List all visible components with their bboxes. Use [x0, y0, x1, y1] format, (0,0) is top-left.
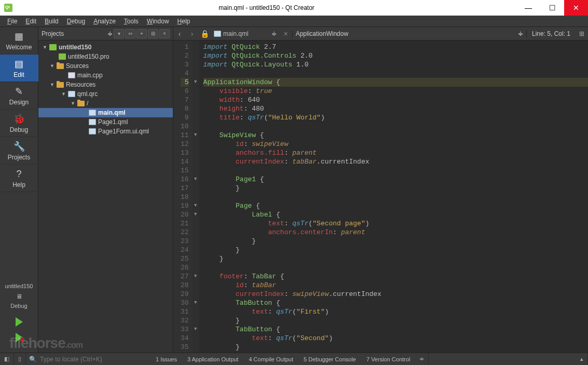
- fold-marker[interactable]: [192, 281, 199, 290]
- code-line[interactable]: visible: true: [203, 87, 588, 96]
- code-line[interactable]: height: 480: [203, 104, 588, 113]
- menu-build[interactable]: Build: [40, 16, 63, 26]
- line-number[interactable]: 17: [181, 184, 189, 193]
- code-line[interactable]: TabButton {: [203, 325, 588, 334]
- cursor-position[interactable]: Line: 5, Col: 1: [526, 30, 576, 37]
- code-editor[interactable]: 1234567891011121314151617181920212223242…: [173, 40, 588, 353]
- fold-marker[interactable]: [192, 228, 199, 237]
- code-line[interactable]: anchors.centerIn: parent: [203, 228, 588, 237]
- code-line[interactable]: footer: TabBar {: [203, 272, 588, 281]
- line-number[interactable]: 29: [181, 290, 189, 299]
- line-number[interactable]: 12: [181, 140, 189, 148]
- split-button[interactable]: ⊞: [148, 29, 158, 38]
- close-panel-button[interactable]: ×: [159, 29, 170, 38]
- code-line[interactable]: Label {: [203, 210, 588, 219]
- code-line[interactable]: import QtQuick.Layouts 1.0: [203, 60, 588, 69]
- fold-marker[interactable]: [192, 60, 199, 69]
- tree-item[interactable]: ▼Resources: [38, 80, 173, 89]
- code-line[interactable]: SwipeView {: [203, 131, 588, 140]
- line-number[interactable]: 22: [181, 228, 189, 237]
- code-line[interactable]: }: [203, 237, 588, 246]
- tree-item[interactable]: main.cpp: [38, 71, 173, 80]
- output-tab[interactable]: 7 Version Control: [361, 356, 415, 362]
- line-number[interactable]: 2: [181, 51, 189, 60]
- nav-forward-button[interactable]: ›: [186, 27, 198, 40]
- fold-marker[interactable]: [192, 254, 199, 263]
- fold-marker[interactable]: [192, 113, 199, 122]
- line-number[interactable]: 3: [181, 60, 189, 69]
- run-config[interactable]: untitled150 🖥 Debug: [0, 280, 38, 314]
- fold-marker[interactable]: ▼: [192, 201, 199, 210]
- output-menu-button[interactable]: ≑: [415, 353, 429, 366]
- code-line[interactable]: }: [203, 254, 588, 263]
- fold-marker[interactable]: [192, 148, 199, 157]
- fold-marker[interactable]: ▼: [192, 78, 199, 87]
- fold-marker[interactable]: [192, 87, 199, 96]
- progress-button[interactable]: ▴: [576, 353, 588, 366]
- line-number[interactable]: 26: [181, 263, 189, 272]
- code-line[interactable]: anchors.fill: parent: [203, 148, 588, 157]
- code-line[interactable]: [203, 166, 588, 175]
- line-number[interactable]: 13: [181, 148, 189, 157]
- toggle-output-button[interactable]: ▯: [14, 353, 26, 366]
- run-debug-button[interactable]: 🐞: [0, 330, 38, 353]
- code-line[interactable]: }: [203, 343, 588, 352]
- mode-edit[interactable]: ▤Edit: [0, 55, 38, 82]
- line-number[interactable]: 6: [181, 87, 189, 96]
- expander-icon[interactable]: ▼: [61, 91, 67, 97]
- code-line[interactable]: }: [203, 246, 588, 254]
- tree-item[interactable]: Page1.qml: [38, 117, 173, 127]
- file-selector[interactable]: main.qml ≑: [211, 30, 280, 37]
- line-number[interactable]: 25: [181, 254, 189, 263]
- code-line[interactable]: [203, 122, 588, 131]
- code-line[interactable]: width: 640: [203, 96, 588, 104]
- line-number[interactable]: 7: [181, 96, 189, 104]
- mode-welcome[interactable]: ▦Welcome: [0, 27, 38, 55]
- fold-marker[interactable]: ▼: [192, 131, 199, 140]
- fold-marker[interactable]: [192, 246, 199, 254]
- line-number[interactable]: 18: [181, 193, 189, 201]
- expander-icon[interactable]: ▼: [50, 63, 56, 69]
- fold-marker[interactable]: [192, 307, 199, 316]
- menu-tools[interactable]: Tools: [120, 16, 143, 26]
- line-number[interactable]: 1: [181, 43, 189, 51]
- fold-marker[interactable]: [192, 263, 199, 272]
- maximize-button[interactable]: ☐: [540, 0, 564, 16]
- code-line[interactable]: text: qsTr("Second page"): [203, 219, 588, 228]
- link-button[interactable]: ⇔: [125, 29, 135, 38]
- fold-marker[interactable]: [192, 343, 199, 352]
- code-line[interactable]: Page {: [203, 201, 588, 210]
- output-tab[interactable]: 1 Issues: [151, 356, 182, 362]
- line-number[interactable]: 9: [181, 113, 189, 122]
- code-line[interactable]: currentIndex: tabBar.currentIndex: [203, 157, 588, 166]
- line-number[interactable]: 33: [181, 325, 189, 334]
- code-line[interactable]: Page1 {: [203, 175, 588, 184]
- mode-help[interactable]: ?Help: [0, 165, 38, 192]
- line-number[interactable]: 20: [181, 210, 189, 219]
- tree-item[interactable]: untitled150.pro: [38, 52, 173, 61]
- close-button[interactable]: ✕: [564, 0, 588, 16]
- code-line[interactable]: id: swipeView: [203, 140, 588, 148]
- fold-marker[interactable]: [192, 237, 199, 246]
- nav-back-button[interactable]: ‹: [173, 27, 186, 40]
- menu-analyze[interactable]: Analyze: [89, 16, 120, 26]
- code-line[interactable]: import QtQuick 2.7: [203, 43, 588, 51]
- tree-item[interactable]: ▼untitled150: [38, 43, 173, 52]
- fold-marker[interactable]: [192, 334, 199, 343]
- project-tree[interactable]: ▼untitled150untitled150.pro▼Sourcesmain.…: [38, 40, 173, 353]
- fold-marker[interactable]: [192, 104, 199, 113]
- line-number[interactable]: 28: [181, 281, 189, 290]
- fold-column[interactable]: ▼▼▼▼▼▼▼▼: [192, 40, 199, 353]
- locator[interactable]: 🔍 Type to locate (Ctrl+K): [26, 356, 151, 363]
- line-number-gutter[interactable]: 1234567891011121314151617181920212223242…: [173, 40, 192, 353]
- expander-icon[interactable]: ▼: [71, 101, 77, 106]
- line-number[interactable]: 5: [181, 78, 189, 87]
- fold-marker[interactable]: [192, 69, 199, 78]
- code-line[interactable]: text: qsTr("Second"): [203, 334, 588, 343]
- line-number[interactable]: 14: [181, 157, 189, 166]
- mode-projects[interactable]: 🔧Projects: [0, 137, 38, 165]
- fold-marker[interactable]: [192, 51, 199, 60]
- line-number[interactable]: 10: [181, 122, 189, 131]
- mode-design[interactable]: ✎Design: [0, 82, 38, 110]
- line-number[interactable]: 30: [181, 299, 189, 307]
